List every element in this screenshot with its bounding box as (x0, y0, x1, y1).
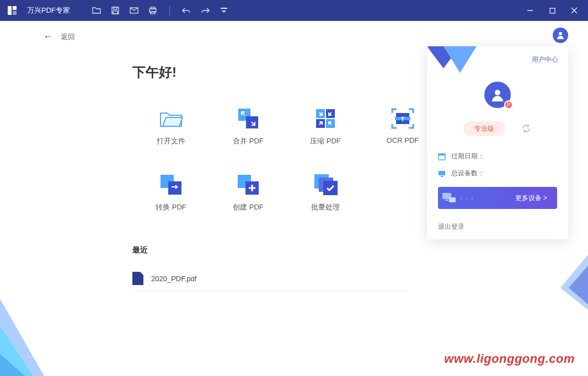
device-count-row: 总设备数： (438, 169, 557, 178)
app-title: 万兴PDF专家 (27, 6, 70, 15)
compress-icon (313, 108, 338, 130)
pro-badge: P (504, 100, 513, 109)
create-icon (236, 174, 261, 196)
user-panel: 用户中心 P 专业版 过期日期： 总设备数： (427, 46, 568, 239)
convert-pdf-action[interactable]: 转换 PDF (132, 174, 210, 212)
plan-badge: 专业版 (463, 121, 505, 136)
compress-pdf-action[interactable]: 压缩 PDF (287, 108, 364, 146)
svg-rect-36 (439, 154, 445, 155)
more-devices-button[interactable]: › › › 更多设备 > (438, 187, 557, 209)
device-count-label: 总设备数： (451, 169, 484, 178)
merge-pdf-action[interactable]: 合并 PDF (210, 108, 287, 146)
action-label: OCR PDF (387, 136, 419, 144)
svg-point-33 (559, 32, 562, 35)
svg-rect-25 (168, 181, 181, 195)
recent-title: 最近 (132, 245, 588, 255)
action-label: 压缩 PDF (310, 136, 341, 146)
save-icon[interactable] (111, 6, 120, 15)
svg-rect-37 (439, 171, 445, 175)
toolbar (92, 6, 228, 15)
redo-icon[interactable] (201, 6, 210, 15)
user-center-link[interactable]: 用户中心 (532, 55, 558, 65)
svg-rect-38 (441, 176, 443, 177)
folder-icon[interactable] (92, 6, 101, 15)
svg-rect-12 (550, 8, 555, 13)
title-bar: 万兴PDF专家 (0, 0, 588, 21)
print-icon[interactable] (148, 6, 157, 15)
svg-rect-2 (13, 11, 17, 15)
user-badge-button[interactable] (553, 28, 568, 43)
svg-rect-10 (221, 8, 227, 9)
expiry-label: 过期日期： (451, 152, 484, 161)
back-button[interactable]: ← 返回 (0, 21, 588, 42)
more-devices-label: 更多设备 > (474, 194, 557, 203)
window-controls (522, 2, 582, 19)
maximize-button[interactable] (544, 2, 560, 19)
svg-rect-5 (113, 11, 117, 14)
minimize-button[interactable] (522, 2, 538, 19)
refresh-icon[interactable] (522, 124, 532, 134)
svg-rect-0 (8, 6, 12, 15)
calendar-icon (438, 153, 446, 160)
open-folder-icon (158, 108, 184, 130)
svg-rect-41 (445, 200, 448, 201)
decorative-flag-icon (427, 46, 477, 77)
logout-link[interactable]: 退出登录 (438, 222, 557, 232)
action-label: 批量处理 (311, 202, 340, 212)
merge-icon (236, 108, 261, 130)
svg-rect-4 (114, 7, 117, 9)
convert-icon (158, 174, 184, 196)
batch-icon (313, 174, 338, 196)
svg-rect-40 (449, 197, 456, 202)
action-label: 打开文件 (157, 136, 185, 146)
svg-rect-1 (13, 6, 17, 10)
recent-file-item[interactable]: 2020_PDF.pdf (132, 266, 408, 291)
devices-icon (438, 192, 460, 204)
plan-row: 专业版 (427, 121, 568, 136)
arrow-left-icon: ← (43, 31, 53, 42)
watermark-text: www.ligonggong.com (444, 352, 575, 366)
app-logo-icon (6, 4, 19, 17)
undo-icon[interactable] (182, 6, 191, 15)
decorative-corner-icon (0, 266, 66, 376)
action-label: 转换 PDF (156, 202, 186, 212)
action-label: 合并 PDF (233, 136, 264, 146)
open-file-action[interactable]: 打开文件 (132, 108, 210, 146)
svg-text:T: T (401, 116, 405, 122)
svg-point-34 (495, 90, 500, 95)
action-label: 创建 PDF (233, 202, 264, 212)
chevron-right-icon: › › › (460, 195, 474, 201)
info-list: 过期日期： 总设备数： (438, 152, 557, 178)
pdf-file-icon (132, 272, 143, 285)
file-name: 2020_PDF.pdf (151, 275, 196, 283)
toolbar-separator (169, 6, 170, 15)
create-pdf-action[interactable]: 创建 PDF (210, 174, 287, 212)
svg-rect-9 (151, 12, 155, 14)
content-area: ← 返回 下午好! 打开文件 合并 PDF 压缩 PDF T OCR P (0, 21, 588, 376)
ocr-icon: T (390, 108, 415, 130)
back-label: 返回 (61, 32, 75, 42)
menu-dropdown-icon[interactable] (220, 6, 228, 15)
panel-header: 用户中心 (427, 46, 568, 72)
user-avatar[interactable]: P (484, 82, 511, 108)
monitor-icon (438, 170, 446, 178)
mail-icon[interactable] (130, 6, 138, 15)
close-button[interactable] (566, 2, 582, 19)
expiry-row: 过期日期： (438, 152, 557, 161)
batch-process-action[interactable]: 批量处理 (287, 174, 364, 212)
recent-section: 最近 2020_PDF.pdf (132, 245, 588, 291)
avatar-container: P (427, 82, 568, 108)
